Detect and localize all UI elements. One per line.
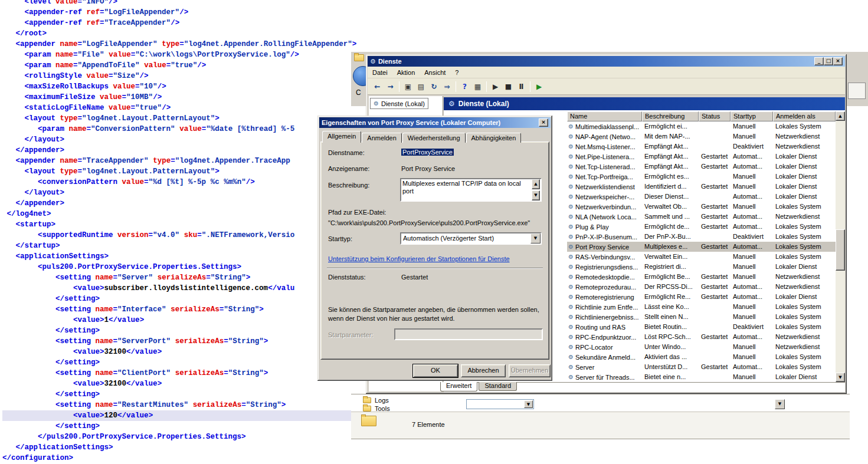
minimize-button[interactable]: _ <box>814 57 824 65</box>
scroll-up-icon[interactable]: ▲ <box>532 179 540 189</box>
abbrechen-button[interactable]: Abbrechen <box>461 364 506 377</box>
forward-icon[interactable]: → <box>384 81 397 93</box>
tab-abhangigkeiten[interactable]: Abhängigkeiten <box>466 133 522 143</box>
service-name-value[interactable]: PortProxyService <box>401 149 454 156</box>
column-header-name[interactable]: Name <box>567 111 642 121</box>
code-line[interactable]: <value>subscriber.lloydslistintelligence… <box>2 283 366 294</box>
tree-item-dienste-lokal[interactable]: ⚙ Dienste (Lokal) <box>370 98 428 109</box>
service-row[interactable]: ⚙ServerUnterstützt D...GestartetAutomat.… <box>567 362 836 372</box>
code-line[interactable]: <param name="ConversionPattern" value="%… <box>2 124 366 134</box>
code-line[interactable]: <rollingStyle value="Size"/> <box>2 71 366 81</box>
description-scrollbar[interactable]: ▲ ▼ <box>531 179 541 200</box>
code-line[interactable]: <value>32100</value> <box>2 379 366 389</box>
service-row-selected[interactable]: ⚙Port Proxy ServiceMultiplexes e...Gesta… <box>567 242 836 252</box>
service-row[interactable]: ⚙Richtlinie zum Entfe...Lässt eine Ko...… <box>567 302 836 312</box>
code-line[interactable]: <layout type="log4net.Layout.PatternLayo… <box>2 113 366 124</box>
code-line[interactable]: </log4net> <box>2 209 366 219</box>
service-row[interactable]: ⚙PnP-X-IP-Busenum...Der PnP-X-Bu...Deakt… <box>567 232 836 242</box>
menu-datei[interactable]: Datei <box>368 69 392 76</box>
service-row[interactable]: ⚙Net.Tcp-Portfreiga...Ermöglicht es...Ma… <box>567 172 836 182</box>
close-button[interactable]: × <box>833 57 843 65</box>
code-line[interactable]: </startup> <box>2 241 366 251</box>
refresh-icon[interactable]: ↻ <box>428 81 440 93</box>
code-line[interactable]: </appender> <box>2 198 366 209</box>
xml-editor[interactable]: <level value="INFO"/> <appender-ref ref=… <box>0 0 366 464</box>
code-line[interactable]: </setting> <box>2 294 366 304</box>
code-line[interactable]: <setting name="RestartMinutes" serialize… <box>2 400 366 410</box>
scroll-down-icon[interactable]: ▼ <box>836 373 845 382</box>
code-line[interactable]: <startup> <box>2 219 366 230</box>
display-name-value[interactable]: Port Proxy Service <box>401 165 455 172</box>
service-row[interactable]: ⚙Remotedesktopdie...Ermöglicht Be...Gest… <box>567 272 836 282</box>
code-line[interactable]: </layout> <box>2 134 366 145</box>
service-row[interactable]: ⚙RPC-Endpunktzuor...Löst RPC-Sch...Gesta… <box>567 332 836 342</box>
code-line[interactable]: <maxSizeRollBackups value="10"/> <box>2 81 366 92</box>
startup-options-help-link[interactable]: Unterstützung beim Konfigurieren der Sta… <box>328 255 510 262</box>
scroll-down-icon[interactable]: ▼ <box>532 190 540 200</box>
code-line[interactable]: <param name="AppendToFile" value="true"/… <box>2 60 366 71</box>
code-line[interactable]: <staticLogFileName value="true"/> <box>2 103 366 113</box>
code-line[interactable]: <layout type="log4net.Layout.PatternLayo… <box>2 166 366 177</box>
tab-allgemein[interactable]: Allgemein <box>322 131 361 143</box>
background-combobox[interactable]: ▼ <box>466 399 534 409</box>
column-header-beschreibung[interactable]: Beschreibung <box>642 111 699 121</box>
service-row[interactable]: ⚙Netzwerkspeicher-...Dieser Dienst...Aut… <box>567 192 836 202</box>
open-window-icon[interactable]: ⇒ <box>441 81 453 93</box>
scroll-up-icon[interactable]: ▲ <box>836 111 845 121</box>
code-line[interactable]: <setting name="ServerPort" serializeAs="… <box>2 336 366 347</box>
code-line[interactable]: </layout> <box>2 187 366 198</box>
service-row[interactable]: ⚙Server für Threads...Bietet eine n...Ma… <box>567 372 836 382</box>
code-line[interactable]: <maximumFileSize value="10MB"/> <box>2 92 366 103</box>
service-row[interactable]: ⚙NLA (Network Loca...Sammelt und ...Gest… <box>567 212 836 222</box>
menu-ansicht[interactable]: Ansicht <box>420 69 450 76</box>
code-line[interactable]: <applicationSettings> <box>2 251 366 262</box>
service-row[interactable]: ⚙Multimediaklassenpl...Ermöglicht ei...M… <box>567 121 836 131</box>
start-service-icon[interactable]: ▶ <box>489 81 502 93</box>
scrollbar-thumb[interactable] <box>836 229 845 271</box>
code-line[interactable]: <setting name="Interface" serializeAs="S… <box>2 304 366 315</box>
service-row[interactable]: ⚙NAP-Agent (Netwo...Mit dem NAP-...Manue… <box>567 131 836 141</box>
code-line[interactable]: <level value="INFO"/> <box>2 0 366 7</box>
description-field[interactable]: Multiplexes external TCP/IP data on loca… <box>400 178 542 202</box>
restart-service-icon[interactable]: ▶ <box>533 81 545 93</box>
stop-service-icon[interactable]: ■ <box>502 81 515 93</box>
start-params-input[interactable] <box>394 328 543 340</box>
code-line[interactable]: <appender-ref ref="LogFileAppender"/> <box>2 7 366 18</box>
menu-help[interactable]: ? <box>450 69 463 76</box>
services-list-scrollbar[interactable]: ▲ ▼ <box>836 111 845 382</box>
service-row[interactable]: ⚙Net.Pipe-Listenera...Empfängt Akt...Ges… <box>567 152 836 162</box>
code-line[interactable]: <setting name="Server" serializeAs="Stri… <box>2 272 366 283</box>
services-list[interactable]: ⚙Multimediaklassenpl...Ermöglicht ei...M… <box>567 121 836 382</box>
pause-service-icon[interactable]: Ⅱ <box>515 81 528 93</box>
service-row[interactable]: ⚙RemoteregistrierungErmöglicht Re...Gest… <box>567 292 836 302</box>
ok-button[interactable]: OK <box>413 364 458 377</box>
code-line[interactable]: </setting> <box>2 421 366 432</box>
xml-editor-code[interactable]: <level value="INFO"/> <appender-ref ref=… <box>2 0 366 463</box>
column-header-starttyp[interactable]: Starttyp <box>731 111 773 121</box>
properties-icon[interactable]: ▦ <box>471 81 484 93</box>
code-line[interactable]: </puls200.PortProxyService.Properties.Se… <box>2 432 366 442</box>
view-tab-erweitert[interactable]: Erweitert <box>440 382 477 391</box>
tab-wiederherstellung[interactable]: Wiederherstellung <box>402 133 466 143</box>
code-line[interactable]: <appender name="LogFileAppender" type="l… <box>2 39 366 50</box>
code-line[interactable]: <supportedRuntime version="v4.0" sku=".N… <box>2 230 366 241</box>
service-row[interactable]: ⚙Routing und RASBietet Routin...Deaktivi… <box>567 322 836 332</box>
code-line[interactable]: <value>32100</value> <box>2 347 366 357</box>
service-row[interactable]: ⚙Registrierungsdiens...Registriert di...… <box>567 262 836 272</box>
service-row[interactable]: ⚙Net.Tcp-Listenerad...Empfängt Akt...Ges… <box>567 162 836 172</box>
service-row[interactable]: ⚙Net.Msmq-Listener...Empfängt Akt...Deak… <box>567 141 836 152</box>
service-row[interactable]: ⚙RPC-LocatorUnter Windo...ManuellNetzwer… <box>567 342 836 352</box>
export-list-icon[interactable]: ▤ <box>415 81 427 93</box>
chevron-down-icon[interactable]: ▼ <box>524 400 533 408</box>
column-header-status[interactable]: Status <box>699 111 731 121</box>
back-icon[interactable]: ← <box>371 81 384 93</box>
code-line[interactable]: </applicationSettings> <box>2 442 366 453</box>
dialog-titlebar[interactable]: Eigenschaften von Port Proxy Service (Lo… <box>319 117 551 128</box>
code-line[interactable]: <setting name="ClientPort" serializeAs="… <box>2 368 366 379</box>
code-line[interactable]: <puls200.PortProxyService.Properties.Set… <box>2 262 366 272</box>
code-line[interactable]: <conversionPattern value="%d [%t] %-5p %… <box>2 177 366 187</box>
help-icon[interactable]: ? <box>458 81 471 93</box>
code-line[interactable]: </setting> <box>2 325 366 336</box>
chevron-down-icon[interactable]: ▼ <box>530 233 541 243</box>
code-line[interactable]: </appender> <box>2 145 366 156</box>
